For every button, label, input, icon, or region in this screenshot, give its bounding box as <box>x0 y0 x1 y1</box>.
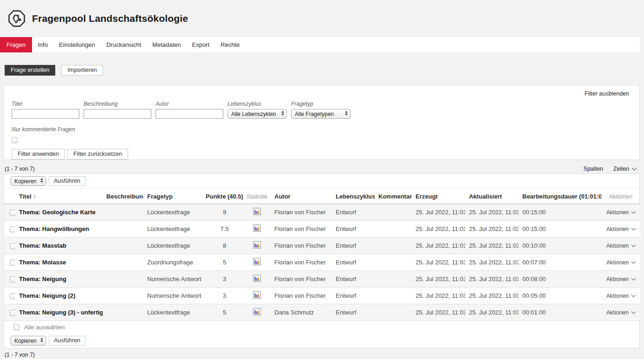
row-points: 9 <box>206 204 243 221</box>
bulk-action-select-bottom[interactable]: Kopieren <box>11 336 46 346</box>
row-description <box>103 271 143 288</box>
import-button[interactable]: Importieren <box>61 65 103 76</box>
header-select <box>4 189 15 204</box>
row-actions-dropdown[interactable]: Aktionen <box>606 309 637 316</box>
row-lifecycle: Entwurf <box>332 254 375 271</box>
row-actions-dropdown[interactable]: Aktionen <box>606 243 637 249</box>
apply-filter-button[interactable]: Filter anwenden <box>12 149 65 160</box>
tab-bar: Fragen Info Einstellungen Druckansicht M… <box>0 37 640 52</box>
table-header-row: Titel↑ Beschreibung Fragetyp Punkte (40.… <box>4 189 640 204</box>
column-header-lebenszyklus[interactable]: Lebenszyklus <box>332 189 375 204</box>
column-header-autor[interactable]: Autor <box>271 189 332 204</box>
row-author: Florian von Fischer <box>271 271 332 288</box>
chevron-down-icon <box>631 211 636 214</box>
page-title: Fragenpool Landschaftsökologie <box>32 13 188 24</box>
column-header-fragetyp[interactable]: Fragetyp <box>143 189 206 204</box>
filter-lifecycle-select[interactable]: Alle Lebenszyklen <box>228 109 287 119</box>
question-title-link[interactable]: Thema: Neigung (2) <box>19 292 75 299</box>
bar-chart-icon[interactable] <box>253 291 261 299</box>
question-title-link[interactable]: Thema: Neigung <box>19 276 66 282</box>
tab-rechte[interactable]: Rechte <box>215 37 245 52</box>
column-header-kommentare[interactable]: Kommentare <box>375 189 412 204</box>
column-header-aktionen: Aktionen <box>601 189 640 204</box>
row-lifecycle: Entwurf <box>332 271 375 288</box>
bar-chart-icon[interactable] <box>253 308 261 315</box>
row-checkbox[interactable] <box>10 276 15 282</box>
row-comments <box>375 237 412 254</box>
tab-export[interactable]: Export <box>187 37 215 52</box>
columns-selector[interactable]: Spalten <box>584 166 603 172</box>
row-lifecycle: Entwurf <box>332 288 375 304</box>
column-header-bearbeitungsdauer[interactable]: Bearbeitungsdauer (01:01:00) <box>519 189 601 204</box>
select-all-checkbox[interactable] <box>13 324 20 330</box>
row-comments <box>375 254 412 271</box>
row-actions-dropdown[interactable]: Aktionen <box>606 259 637 266</box>
chevron-down-icon <box>631 244 636 247</box>
create-question-button[interactable]: Frage erstellen <box>5 65 55 76</box>
tab-druckansicht[interactable]: Druckansicht <box>101 37 147 52</box>
bar-chart-icon[interactable] <box>253 224 261 232</box>
row-created: 25. Jul 2022, 11:03 <box>412 288 465 304</box>
tab-einstellungen[interactable]: Einstellungen <box>53 37 101 52</box>
filter-title-input[interactable] <box>12 109 79 119</box>
table-row: Thema: Neigung (3) - unfertig Lückentext… <box>4 304 640 321</box>
row-checkbox[interactable] <box>10 226 15 232</box>
row-checkbox[interactable] <box>10 310 15 316</box>
bar-chart-icon[interactable] <box>253 275 261 282</box>
row-author: Florian von Fischer <box>271 204 332 221</box>
question-title-link[interactable]: Thema: Hangwölbungen <box>19 225 89 232</box>
column-header-punkte[interactable]: Punkte (40.5) <box>206 189 243 204</box>
row-description <box>103 254 143 271</box>
bar-chart-icon[interactable] <box>253 208 261 215</box>
question-title-link[interactable]: Thema: Geologische Karte <box>19 209 96 216</box>
bar-chart-icon[interactable] <box>253 241 261 249</box>
tab-metadaten[interactable]: Metadaten <box>147 37 186 52</box>
questions-table: Kopieren Ausführen Titel↑ Beschreibung F… <box>4 173 640 348</box>
filter-description-input[interactable] <box>84 109 151 119</box>
execute-button-top[interactable]: Ausführen <box>49 176 85 186</box>
row-checkbox[interactable] <box>10 260 15 266</box>
question-title-link[interactable]: Thema: Molasse <box>19 259 66 266</box>
row-description <box>103 204 143 221</box>
column-header-titel[interactable]: Titel↑ <box>15 189 103 204</box>
filter-lifecycle-label: Lebenszyklus <box>228 101 287 107</box>
row-checkbox[interactable] <box>10 293 15 299</box>
row-checkbox[interactable] <box>10 210 15 216</box>
column-header-statistik: Statistik <box>243 189 271 204</box>
row-question-type: Lückentextfrage <box>143 304 206 321</box>
row-question-type: Zuordnungsfrage <box>143 254 206 271</box>
chevron-down-icon <box>631 278 636 281</box>
column-header-erzeugt[interactable]: Erzeugt <box>412 189 465 204</box>
question-title-link[interactable]: Thema: Masstab <box>19 242 66 249</box>
row-actions-dropdown[interactable]: Aktionen <box>606 226 637 232</box>
tab-fragen[interactable]: Fragen <box>0 37 32 52</box>
row-actions-dropdown[interactable]: Aktionen <box>606 276 637 282</box>
column-header-aktualisiert[interactable]: Aktualisiert <box>465 189 519 204</box>
column-header-beschreibung[interactable]: Beschreibung <box>103 189 143 204</box>
bulk-action-select-top[interactable]: Kopieren <box>11 176 46 186</box>
row-author: Florian von Fischer <box>271 237 332 254</box>
question-title-link[interactable]: Thema: Neigung (3) - unfertig <box>19 309 103 316</box>
row-duration: 00:15:00 <box>519 204 601 221</box>
rows-selector[interactable]: Zeilen <box>613 166 637 172</box>
row-actions-dropdown[interactable]: Aktionen <box>606 209 637 216</box>
row-created: 25. Jul 2022, 11:03 <box>412 237 465 254</box>
reset-filter-button[interactable]: Filter zurücksetzen <box>67 149 128 160</box>
row-points: 8 <box>206 237 243 254</box>
row-checkbox[interactable] <box>10 243 15 249</box>
row-lifecycle: Entwurf <box>332 204 375 221</box>
row-lifecycle: Entwurf <box>332 221 375 237</box>
filter-questiontype-select[interactable]: Alle Fragetypen <box>291 109 351 119</box>
row-comments <box>375 288 412 304</box>
tab-info[interactable]: Info <box>32 37 53 52</box>
filter-commented-checkbox[interactable] <box>12 137 18 143</box>
bar-chart-icon[interactable] <box>253 258 261 265</box>
hide-filter-link[interactable]: Filter ausblenden <box>585 90 632 97</box>
filter-author-input[interactable] <box>156 109 223 119</box>
row-updated: 25. Jul 2022, 11:03 <box>465 221 519 237</box>
row-duration: 00:05:00 <box>519 288 601 304</box>
filter-panel: Filter ausblenden Titel Beschreibung Aut… <box>4 85 640 160</box>
row-actions-dropdown[interactable]: Aktionen <box>606 293 637 299</box>
execute-button-bottom[interactable]: Ausführen <box>49 336 85 346</box>
chevron-down-icon <box>631 295 636 297</box>
